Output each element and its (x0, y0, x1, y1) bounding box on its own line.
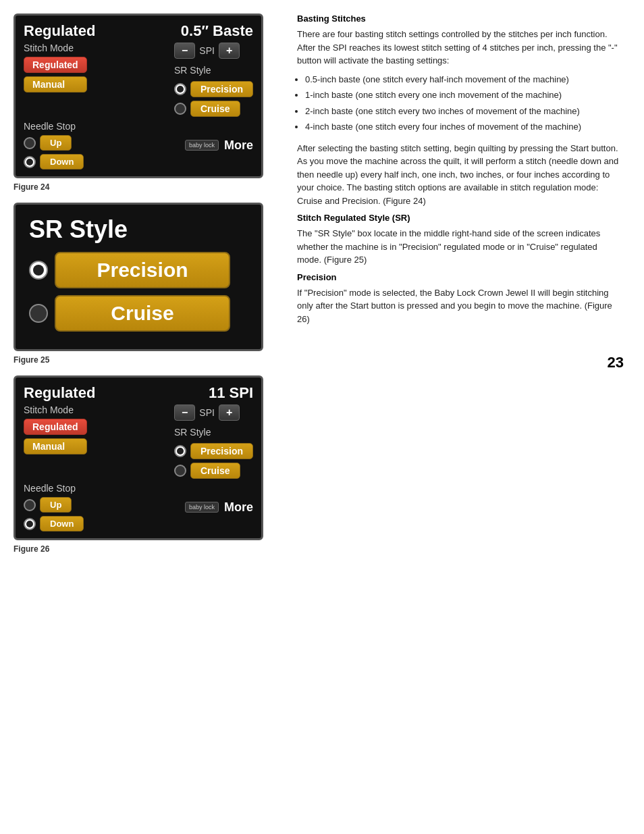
fig25-title: SR Style (29, 215, 248, 244)
fig24-up-btn[interactable]: Up (40, 135, 72, 151)
fig26-more-btn[interactable]: More (224, 500, 253, 515)
figure24-panel: Regulated 0.5″ Baste Stitch Mode Regulat… (14, 14, 263, 178)
fig26-label: Figure 26 (14, 544, 270, 554)
fig26-precision-btn[interactable]: Precision (190, 443, 253, 459)
fig24-babylock-logo: baby lock (185, 140, 219, 151)
fig24-precision-btn[interactable]: Precision (190, 81, 253, 97)
fig24-stitch-mode-label: Stitch Mode (24, 43, 87, 53)
fig26-spi-label: 11 SPI (209, 384, 253, 402)
fig24-sr-style-label: SR Style (174, 65, 211, 76)
fig24-regulated-btn[interactable]: Regulated (24, 57, 87, 73)
fig24-needle-stop-label: Needle Stop (24, 121, 84, 132)
fig24-cruise-radio[interactable] (174, 103, 186, 115)
fig24-down-radio[interactable] (24, 156, 36, 168)
figure25-panel: SR Style Precision Cruise (14, 203, 263, 351)
fig26-manual-btn[interactable]: Manual (24, 438, 87, 454)
fig24-down-btn[interactable]: Down (40, 154, 84, 170)
sr-title: Stitch Regulated Style (SR) (297, 213, 624, 223)
fig25-cruise-btn[interactable]: Cruise (55, 295, 230, 332)
fig26-plus-btn[interactable]: + (219, 405, 240, 421)
fig26-up-btn[interactable]: Up (40, 497, 72, 513)
basting-title: Basting Stitches (297, 14, 624, 24)
fig24-up-radio[interactable] (24, 137, 36, 149)
fig24-spi-label: SPI (199, 45, 215, 56)
fig26-up-radio[interactable] (24, 499, 36, 511)
fig24-more-btn[interactable]: More (224, 138, 253, 153)
fig26-stitch-mode-label: Stitch Mode (24, 405, 87, 415)
fig24-baste-label: 0.5″ Baste (181, 22, 253, 40)
page-number: 23 (608, 354, 624, 371)
fig26-regulated-btn[interactable]: Regulated (24, 419, 87, 435)
fig24-minus-btn[interactable]: − (174, 43, 195, 59)
fig26-cruise-btn[interactable]: Cruise (190, 463, 240, 479)
fig25-precision-btn[interactable]: Precision (55, 252, 230, 288)
fig25-precision-radio[interactable] (29, 261, 48, 280)
fig26-down-btn[interactable]: Down (40, 516, 84, 531)
fig25-label: Figure 25 (14, 355, 270, 365)
fig25-cruise-radio[interactable] (29, 304, 48, 323)
fig24-plus-btn[interactable]: + (219, 43, 240, 59)
fig26-needle-stop-label: Needle Stop (24, 483, 84, 494)
basting-body2: After selecting the basting stitch setti… (297, 142, 624, 208)
bullet-4: 4-inch baste (one stitch every four inch… (305, 120, 624, 134)
fig26-down-radio[interactable] (24, 518, 36, 530)
fig24-manual-btn[interactable]: Manual (24, 76, 87, 93)
fig26-precision-radio[interactable] (174, 445, 186, 457)
fig24-regulated-label: Regulated (24, 22, 95, 40)
right-column: Basting Stitches There are four basting … (284, 0, 644, 834)
fig24-precision-radio[interactable] (174, 83, 186, 95)
sr-body: The "SR Style" box locate in the middle … (297, 227, 624, 267)
fig26-sr-style-label: SR Style (174, 427, 211, 438)
bullet-1: 0.5-inch baste (one stitch every half-in… (305, 73, 624, 86)
basting-bullets: 0.5-inch baste (one stitch every half-in… (305, 73, 624, 134)
basting-intro: There are four basting stitch settings c… (297, 28, 624, 68)
fig24-cruise-btn[interactable]: Cruise (190, 101, 240, 117)
fig26-regulated-label: Regulated (24, 384, 95, 402)
fig24-label: Figure 24 (14, 182, 270, 192)
fig26-cruise-radio[interactable] (174, 465, 186, 477)
precision-title: Precision (297, 272, 624, 282)
fig26-babylock-logo: baby lock (185, 502, 219, 513)
bullet-2: 1-inch baste (one stitch every one inch … (305, 88, 624, 102)
figure26-panel: Regulated 11 SPI Stitch Mode Regulated M… (14, 375, 263, 540)
bullet-3: 2-inch baste (one stitch every two inche… (305, 105, 624, 118)
precision-body: If "Precision" mode is selected, the Bab… (297, 286, 624, 326)
fig26-spi-row-label: SPI (199, 407, 215, 418)
fig26-minus-btn[interactable]: − (174, 405, 195, 421)
